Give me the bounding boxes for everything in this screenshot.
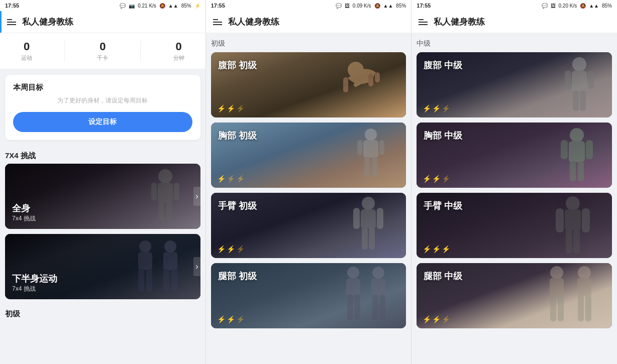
svg-rect-59 <box>550 295 556 321</box>
svg-rect-52 <box>565 209 581 230</box>
menu-button-3[interactable] <box>419 19 428 25</box>
svg-rect-62 <box>577 278 591 296</box>
challenge-lowerbody-sub: 7x4 挑战 <box>12 285 57 293</box>
svg-rect-55 <box>566 229 572 254</box>
lightning-chest-mid-3: ⚡ <box>442 175 450 183</box>
lightning-chest-mid-1: ⚡ <box>423 175 431 183</box>
status-time-1: 17:55 <box>5 3 19 9</box>
workout-chest-mid[interactable]: 胸部 中级 ⚡ ⚡ ⚡ <box>417 123 612 188</box>
svg-rect-29 <box>362 227 368 250</box>
workout-legs-beginner-label: 腿部 初级 <box>218 270 257 282</box>
workout-legs-mid-dots: ⚡ ⚡ ⚡ <box>423 315 450 323</box>
svg-rect-40 <box>572 71 587 92</box>
lightning-chest-1: ⚡ <box>217 175 226 183</box>
workout-abs-mid[interactable]: 腹部 中级 ⚡ ⚡ ⚡ <box>417 52 612 117</box>
workout-arms-mid[interactable]: 手臂 中级 ⚡ ⚡ ⚡ <box>417 193 612 258</box>
workout-chest-beginner-dots: ⚡ ⚡ ⚡ <box>217 175 245 183</box>
signal-icon: ▲▲ <box>168 3 178 9</box>
stats-bar: 0 运动 0 千卡 0 分钟 <box>0 33 205 69</box>
workout-chest-beginner-label: 胸部 初级 <box>218 130 257 142</box>
status-time-2: 17:55 <box>211 3 225 9</box>
battery-3: 85% <box>602 3 612 9</box>
workout-legs-beginner[interactable]: 腿部 初级 ⚡ ⚡ ⚡ <box>211 263 406 328</box>
stat-label-exercise: 运动 <box>21 54 32 62</box>
svg-point-31 <box>347 267 359 279</box>
svg-rect-17 <box>368 74 373 86</box>
stat-minutes: 0 分钟 <box>173 40 184 62</box>
svg-point-57 <box>550 266 563 279</box>
svg-point-25 <box>362 197 375 210</box>
stat-divider-1 <box>64 40 65 62</box>
battery-icon: ⚡ <box>194 3 200 9</box>
challenge-lowerbody-arrow[interactable]: › <box>193 257 200 276</box>
workout-legs-mid[interactable]: 腿部 中级 ⚡ ⚡ ⚡ <box>417 263 612 328</box>
panel3-scroll: 中级 腹部 中级 ⚡ ⚡ ⚡ <box>412 33 617 364</box>
challenge-section-title: 7X4 挑战 <box>0 146 205 164</box>
svg-point-35 <box>372 267 384 279</box>
svg-point-61 <box>578 266 591 279</box>
lightning-arms-mid-2: ⚡ <box>432 245 441 253</box>
app-title-2: 私人健身教练 <box>228 16 279 28</box>
weekly-goal-card: 本周目标 为了更好的身材，请设定每周目标 设定目标 <box>5 75 200 140</box>
lightning-abs-mid-2: ⚡ <box>432 104 441 112</box>
lightning-legs-3: ⚡ <box>236 315 245 323</box>
img-icon-3: 🖼 <box>551 3 556 9</box>
lightning-empty-1: ⚡ <box>236 104 245 112</box>
workout-arms-mid-dots: ⚡ ⚡ ⚡ <box>423 245 450 253</box>
status-bar-1: 17:55 💬 📷 0.21 K/s 🔕 ▲▲ 85% ⚡ <box>0 0 205 11</box>
workout-legs-beginner-dots: ⚡ ⚡ ⚡ <box>217 315 245 323</box>
svg-rect-34 <box>354 295 360 320</box>
svg-rect-32 <box>346 279 360 296</box>
svg-rect-38 <box>379 295 385 320</box>
challenge-lowerbody-text: 下半身运动 7x4 挑战 <box>12 273 57 293</box>
svg-point-19 <box>365 129 377 141</box>
set-goal-button[interactable]: 设定目标 <box>13 112 192 132</box>
panel2-scroll: 初级 腹部 初级 ⚡ ⚡ ⚡ <box>206 33 412 364</box>
speed-3: 0.20 K/s <box>559 3 577 9</box>
svg-point-51 <box>566 196 580 210</box>
svg-rect-33 <box>347 295 353 320</box>
svg-rect-53 <box>556 208 564 232</box>
workout-abs-beginner[interactable]: 腹部 初级 ⚡ ⚡ ⚡ <box>211 52 406 117</box>
challenge-lowerbody[interactable]: 下半身运动 7x4 挑战 › <box>5 234 200 299</box>
workout-chest-mid-label: 胸部 中级 <box>424 130 462 142</box>
phone-panel-3: 17:55 💬 🖼 0.20 K/s 🔕 ▲▲ 85% 私人健身教练 中级 <box>411 0 617 364</box>
menu-button-1[interactable] <box>7 19 16 25</box>
img-icon-2: 🖼 <box>345 3 350 9</box>
phone-panel-2: 17:55 💬 🖼 0.09 K/s 🔕 ▲▲ 85% 私人健身教练 初级 <box>205 0 412 364</box>
workout-chest-beginner[interactable]: 胸部 初级 ⚡ ⚡ ⚡ <box>211 123 406 188</box>
svg-rect-26 <box>361 209 376 228</box>
svg-rect-36 <box>371 279 385 296</box>
svg-rect-21 <box>357 140 362 155</box>
stat-label-calories: 千卡 <box>97 54 108 62</box>
svg-rect-42 <box>588 71 594 89</box>
svg-rect-43 <box>573 91 579 111</box>
lightning-chest-2: ⚡ <box>227 175 235 183</box>
challenge-fullbody[interactable]: 全身 7x4 挑战 › <box>5 164 200 229</box>
lightning-chest-3: ⚡ <box>236 175 245 183</box>
wechat-icon-3: 💬 <box>542 3 548 9</box>
lightning-arms-mid-3: ⚡ <box>442 245 450 253</box>
challenge-fullbody-name: 全身 <box>12 202 36 214</box>
svg-rect-60 <box>558 295 564 321</box>
wechat-icon: 💬 <box>120 3 126 9</box>
stat-exercise: 0 运动 <box>21 40 32 62</box>
lightning-abs-mid-1: ⚡ <box>423 104 431 112</box>
level-label-2: 初级 <box>211 37 406 52</box>
svg-rect-46 <box>569 141 585 162</box>
challenge-fullbody-arrow[interactable]: › <box>193 187 200 206</box>
svg-rect-30 <box>369 227 375 250</box>
stat-number-minutes: 0 <box>175 40 181 53</box>
workout-arms-beginner[interactable]: 手臂 初级 ⚡ ⚡ ⚡ <box>211 193 406 258</box>
svg-rect-27 <box>353 208 360 229</box>
svg-point-39 <box>572 57 586 71</box>
battery-2: 85% <box>396 3 406 9</box>
svg-rect-48 <box>586 140 593 159</box>
lightning-filled-1: ⚡ <box>217 104 226 112</box>
menu-button-2[interactable] <box>213 19 222 25</box>
svg-point-45 <box>570 128 584 142</box>
app-header-1: 私人健身教练 <box>0 11 205 33</box>
weekly-goal-subtitle: 为了更好的身材，请设定每周目标 <box>13 96 192 105</box>
svg-rect-37 <box>372 295 378 320</box>
svg-rect-28 <box>377 208 383 229</box>
